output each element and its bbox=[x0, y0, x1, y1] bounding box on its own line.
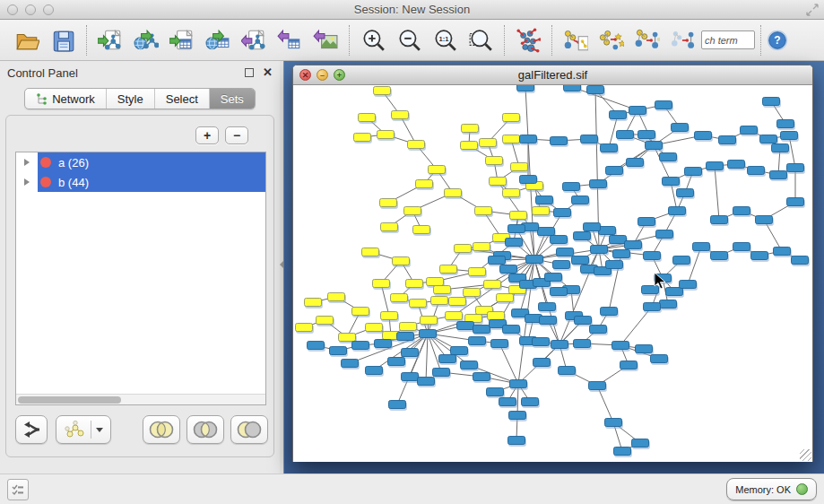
export-network-button[interactable] bbox=[236, 23, 272, 57]
graph-node-yellow[interactable] bbox=[380, 199, 397, 207]
graph-node-blue[interactable] bbox=[711, 252, 728, 260]
graph-node-blue[interactable] bbox=[499, 398, 516, 406]
graph-node-blue[interactable] bbox=[559, 367, 576, 375]
graph-node-blue[interactable] bbox=[520, 176, 537, 184]
dropdown-caret-icon[interactable] bbox=[96, 428, 103, 432]
graph-node-blue[interactable] bbox=[644, 252, 661, 260]
graph-node-yellow[interactable] bbox=[445, 189, 462, 197]
graph-node-yellow[interactable] bbox=[400, 323, 417, 331]
graph-node-blue[interactable] bbox=[551, 341, 568, 349]
graph-node-blue[interactable] bbox=[601, 308, 618, 316]
graph-node-blue[interactable] bbox=[308, 342, 325, 350]
graph-node-blue[interactable] bbox=[397, 333, 414, 341]
network-canvas[interactable] bbox=[293, 85, 812, 462]
graph-node-yellow[interactable] bbox=[484, 281, 501, 289]
graph-node-blue[interactable] bbox=[606, 167, 623, 175]
graph-node-blue[interactable] bbox=[375, 340, 392, 348]
graph-node-blue[interactable] bbox=[707, 162, 724, 170]
set-list-item[interactable]: a (26) bbox=[16, 152, 265, 172]
graph-node-yellow[interactable] bbox=[511, 163, 528, 171]
graph-node-yellow[interactable] bbox=[352, 308, 369, 316]
new-network-from-selection-button[interactable] bbox=[558, 23, 594, 57]
graph-node-blue[interactable] bbox=[760, 135, 777, 143]
graph-node-yellow[interactable] bbox=[503, 135, 520, 143]
graph-node-blue[interactable] bbox=[590, 326, 607, 334]
set-list-item[interactable]: b (44) bbox=[16, 172, 265, 192]
graph-node-blue[interactable] bbox=[572, 196, 589, 204]
graph-node-blue[interactable] bbox=[540, 317, 557, 325]
graph-node-blue[interactable] bbox=[433, 369, 450, 377]
memory-status-button[interactable]: Memory: OK bbox=[726, 478, 817, 500]
close-panel-icon[interactable]: ✕ bbox=[263, 68, 273, 77]
graph-node-blue[interactable] bbox=[402, 349, 419, 357]
task-history-button[interactable] bbox=[7, 479, 29, 500]
graph-node-yellow[interactable] bbox=[373, 280, 390, 288]
expander-triangle-icon[interactable] bbox=[24, 159, 30, 166]
graph-node-blue[interactable] bbox=[787, 198, 804, 206]
graph-node-blue[interactable] bbox=[733, 243, 750, 251]
graph-node-yellow[interactable] bbox=[490, 178, 507, 186]
graph-node-blue[interactable] bbox=[601, 144, 618, 152]
search-input[interactable] bbox=[701, 30, 755, 49]
graph-node-blue[interactable] bbox=[636, 345, 653, 353]
graph-node-blue[interactable] bbox=[612, 342, 629, 350]
graph-node-blue[interactable] bbox=[728, 161, 745, 169]
graph-node-blue[interactable] bbox=[584, 223, 601, 231]
graph-node-blue[interactable] bbox=[517, 85, 534, 91]
graph-node-blue[interactable] bbox=[792, 256, 809, 265]
help-button[interactable]: ? bbox=[767, 30, 788, 51]
graph-node-blue[interactable] bbox=[461, 361, 478, 369]
graph-node-blue[interactable] bbox=[536, 196, 553, 204]
difference-sets-button[interactable] bbox=[230, 415, 268, 444]
select-first-neighbors-button[interactable] bbox=[594, 23, 629, 57]
graph-node-yellow[interactable] bbox=[427, 278, 444, 286]
graph-node-blue[interactable] bbox=[673, 256, 690, 265]
graph-node-blue[interactable] bbox=[672, 124, 689, 132]
graph-node-yellow[interactable] bbox=[354, 134, 371, 142]
graph-node-yellow[interactable] bbox=[486, 157, 503, 165]
graph-node-blue[interactable] bbox=[656, 230, 673, 239]
graph-node-blue[interactable] bbox=[473, 373, 490, 381]
graph-node-yellow[interactable] bbox=[473, 243, 490, 251]
graph-node-blue[interactable] bbox=[469, 337, 486, 345]
graph-node-blue[interactable] bbox=[620, 361, 638, 369]
graph-node-blue[interactable] bbox=[614, 448, 631, 456]
scrollbar-thumb[interactable] bbox=[18, 396, 121, 404]
graph-node-blue[interactable] bbox=[651, 355, 668, 363]
graph-node-yellow[interactable] bbox=[377, 131, 395, 139]
graph-node-blue[interactable] bbox=[646, 142, 663, 150]
graph-node-yellow[interactable] bbox=[359, 114, 376, 122]
graph-node-yellow[interactable] bbox=[449, 298, 466, 306]
graph-node-blue[interactable] bbox=[402, 373, 419, 381]
tab-style[interactable]: Style bbox=[107, 89, 155, 109]
export-image-button[interactable] bbox=[308, 23, 343, 57]
graph-node-blue[interactable] bbox=[539, 303, 556, 311]
graph-node-blue[interactable] bbox=[741, 126, 758, 135]
graph-node-yellow[interactable] bbox=[381, 312, 398, 320]
graph-node-blue[interactable] bbox=[457, 322, 474, 330]
graph-node-yellow[interactable] bbox=[392, 111, 409, 119]
graph-node-blue[interactable] bbox=[587, 86, 604, 94]
graph-node-blue[interactable] bbox=[553, 261, 570, 269]
graph-node-blue[interactable] bbox=[663, 178, 680, 186]
network-window-titlebar[interactable]: ✕ – + galFiltered.sif bbox=[293, 65, 812, 85]
graph-node-yellow[interactable] bbox=[366, 324, 383, 332]
minimize-network-icon[interactable]: – bbox=[317, 69, 328, 81]
graph-node-blue[interactable] bbox=[613, 250, 630, 258]
graph-node-blue[interactable] bbox=[572, 256, 589, 265]
expander-triangle-icon[interactable] bbox=[24, 178, 30, 186]
graph-node-blue[interactable] bbox=[655, 101, 672, 109]
graph-node-blue[interactable] bbox=[451, 347, 468, 355]
remove-set-button[interactable]: − bbox=[225, 126, 248, 144]
graph-node-blue[interactable] bbox=[506, 239, 523, 247]
resize-grip[interactable] bbox=[800, 449, 811, 461]
graph-node-yellow[interactable] bbox=[408, 141, 425, 149]
graph-node-blue[interactable] bbox=[545, 274, 562, 282]
graph-node-blue[interactable] bbox=[591, 246, 608, 254]
graph-node-yellow[interactable] bbox=[503, 114, 520, 122]
tab-network[interactable]: Network bbox=[25, 89, 107, 109]
graph-node-blue[interactable] bbox=[509, 412, 526, 420]
graph-node-blue[interactable] bbox=[439, 355, 456, 363]
graph-node-yellow[interactable] bbox=[464, 289, 481, 297]
graph-node-blue[interactable] bbox=[388, 358, 405, 366]
